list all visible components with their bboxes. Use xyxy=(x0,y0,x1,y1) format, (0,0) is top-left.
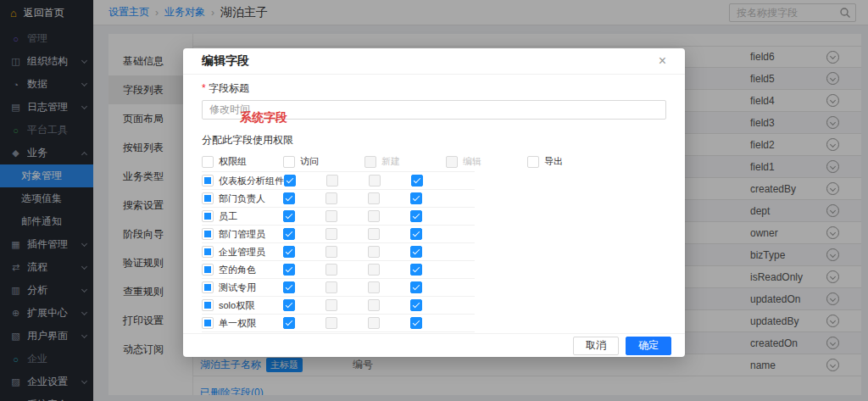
header-checkbox[interactable] xyxy=(283,156,295,168)
access-checkbox[interactable] xyxy=(284,175,296,187)
permission-row: 部门管理员 xyxy=(202,226,475,243)
permission-group-name: 测试专用 xyxy=(219,281,256,294)
create-checkbox xyxy=(326,246,337,258)
create-checkbox xyxy=(326,281,337,293)
permission-header-label: 新建 xyxy=(381,155,400,168)
header-checkbox[interactable] xyxy=(446,156,458,168)
permission-group-name: solo权限 xyxy=(219,299,254,312)
permission-row: 测试专用 xyxy=(202,279,475,297)
field-title-label: 字段标题 xyxy=(202,81,666,96)
export-checkbox[interactable] xyxy=(410,264,422,276)
group-checkbox-indeterminate[interactable] xyxy=(202,299,214,311)
group-checkbox-indeterminate[interactable] xyxy=(202,228,214,240)
permission-header-cell: 新建 xyxy=(364,155,446,168)
permission-header-cell: 编辑 xyxy=(446,155,527,168)
edit-checkbox xyxy=(368,210,380,222)
field-title-input[interactable] xyxy=(202,100,666,120)
modal-title: 编辑字段 xyxy=(202,53,249,69)
permission-header-cell: 访问 xyxy=(283,155,364,168)
permission-group-name: 空的角色 xyxy=(219,264,256,276)
permission-group-name: 部门管理员 xyxy=(219,228,265,241)
access-checkbox[interactable] xyxy=(283,264,295,276)
modal-footer: 取消 确定 xyxy=(183,333,685,357)
create-checkbox xyxy=(326,264,337,276)
close-icon[interactable]: × xyxy=(659,54,666,68)
permission-header-cell: 导出 xyxy=(527,155,609,168)
permission-row: 部门负责人 xyxy=(202,190,475,208)
export-checkbox[interactable] xyxy=(410,299,422,311)
edit-checkbox xyxy=(368,192,380,204)
group-checkbox-indeterminate[interactable] xyxy=(202,246,214,258)
permission-group-name: 员工 xyxy=(219,210,237,223)
permission-header-label: 访问 xyxy=(300,155,319,168)
cancel-button[interactable]: 取消 xyxy=(573,337,619,355)
group-checkbox-indeterminate[interactable] xyxy=(202,175,214,187)
permission-group-name: 仪表板分析组件 xyxy=(219,175,284,187)
permission-table: 权限组 访问 新建 编辑 导出 xyxy=(202,155,475,332)
export-checkbox[interactable] xyxy=(410,210,422,222)
edit-checkbox xyxy=(368,246,380,258)
group-checkbox-indeterminate[interactable] xyxy=(202,281,214,293)
export-checkbox[interactable] xyxy=(410,281,422,293)
permission-row: 空的角色 xyxy=(202,261,475,279)
permission-group-name: 企业管理员 xyxy=(219,246,265,259)
access-checkbox[interactable] xyxy=(283,281,295,293)
access-checkbox[interactable] xyxy=(283,192,295,204)
permission-group-name: 单一权限 xyxy=(219,317,256,330)
edit-checkbox xyxy=(368,317,380,329)
group-checkbox-indeterminate[interactable] xyxy=(202,264,214,276)
permission-header-row: 权限组 访问 新建 编辑 导出 xyxy=(202,155,475,172)
edit-checkbox xyxy=(368,264,380,276)
confirm-button[interactable]: 确定 xyxy=(626,337,671,355)
permission-header-label: 编辑 xyxy=(463,155,481,168)
export-checkbox[interactable] xyxy=(410,228,422,240)
export-checkbox[interactable] xyxy=(410,246,422,258)
permission-row: 单一权限 xyxy=(202,315,475,332)
access-checkbox[interactable] xyxy=(283,246,295,258)
permission-row: 企业管理员 xyxy=(202,243,475,261)
modal-header: 编辑字段 × xyxy=(183,48,685,75)
permission-section-title: 分配此字段使用权限 xyxy=(202,133,666,148)
group-checkbox-indeterminate[interactable] xyxy=(202,192,214,204)
access-checkbox[interactable] xyxy=(283,228,295,240)
create-checkbox xyxy=(326,317,337,329)
export-checkbox[interactable] xyxy=(410,192,422,204)
edit-field-modal: 编辑字段 × 字段标题 系统字段 分配此字段使用权限 权限组 访问 xyxy=(183,48,685,357)
permission-header-label: 权限组 xyxy=(219,155,247,168)
permission-group-name: 部门负责人 xyxy=(219,192,265,205)
permission-header-cell: 权限组 xyxy=(202,155,283,168)
access-checkbox[interactable] xyxy=(283,317,295,329)
permission-rows: 仪表板分析组件 部门负责人 xyxy=(202,172,475,332)
permission-row: 仪表板分析组件 xyxy=(202,172,475,190)
modal-body: 字段标题 系统字段 分配此字段使用权限 权限组 访问 新建 xyxy=(183,75,685,333)
group-checkbox-indeterminate[interactable] xyxy=(202,317,214,329)
create-checkbox xyxy=(326,175,338,187)
app-root: ⌂ 返回首页 ○ 管理 ◫ 组织结构 ◔ 数据 ▤ 日志管理 ○ xyxy=(0,0,868,401)
permission-row: solo权限 xyxy=(202,297,475,315)
create-checkbox xyxy=(326,228,337,240)
edit-checkbox xyxy=(369,175,381,187)
create-checkbox xyxy=(326,192,337,204)
access-checkbox[interactable] xyxy=(283,210,295,222)
edit-checkbox xyxy=(368,281,380,293)
export-checkbox[interactable] xyxy=(410,317,422,329)
permission-header-label: 导出 xyxy=(544,155,563,168)
permission-row: 员工 xyxy=(202,208,475,226)
create-checkbox xyxy=(326,210,337,222)
create-checkbox xyxy=(326,299,337,311)
header-checkbox[interactable] xyxy=(527,156,539,168)
header-checkbox[interactable] xyxy=(364,156,376,168)
edit-checkbox xyxy=(368,228,380,240)
header-checkbox[interactable] xyxy=(202,156,214,168)
group-checkbox-indeterminate[interactable] xyxy=(202,210,214,222)
export-checkbox[interactable] xyxy=(411,175,423,187)
edit-checkbox xyxy=(368,299,380,311)
access-checkbox[interactable] xyxy=(283,299,295,311)
